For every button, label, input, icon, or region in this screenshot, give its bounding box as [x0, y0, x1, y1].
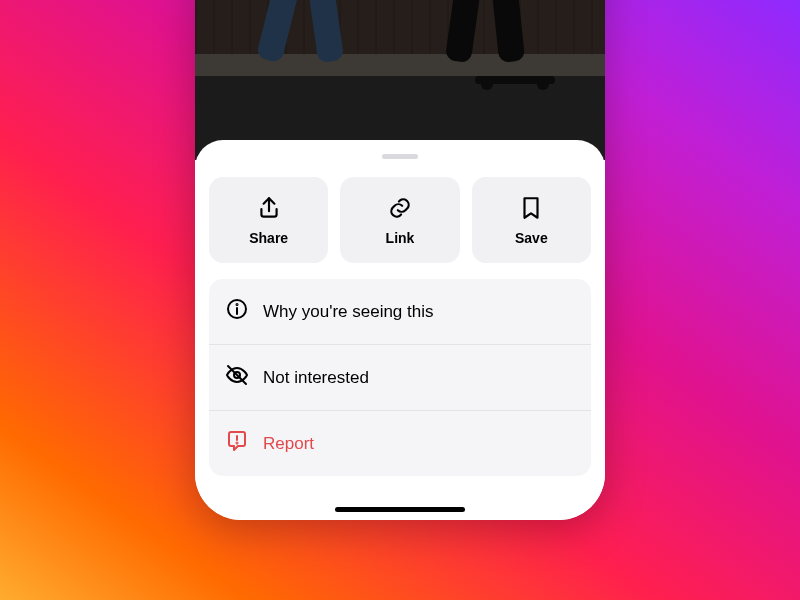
menu-list: Why you're seeing this Not interested Re… — [209, 279, 591, 476]
menu-item-report[interactable]: Report — [209, 410, 591, 476]
link-icon — [387, 195, 413, 224]
svg-point-2 — [237, 304, 238, 305]
save-label: Save — [515, 230, 548, 246]
link-label: Link — [386, 230, 415, 246]
phone-frame: Share Link Save — [195, 0, 605, 520]
share-label: Share — [249, 230, 288, 246]
menu-item-not-interested[interactable]: Not interested — [209, 344, 591, 410]
bookmark-icon — [518, 195, 544, 224]
info-icon — [225, 297, 249, 326]
action-sheet: Share Link Save — [195, 140, 605, 520]
menu-item-label: Report — [263, 434, 314, 454]
menu-item-label: Not interested — [263, 368, 369, 388]
save-button[interactable]: Save — [472, 177, 591, 263]
share-icon — [256, 195, 282, 224]
menu-item-why[interactable]: Why you're seeing this — [209, 279, 591, 344]
share-button[interactable]: Share — [209, 177, 328, 263]
action-row: Share Link Save — [209, 177, 591, 263]
post-photo — [195, 0, 605, 160]
link-button[interactable]: Link — [340, 177, 459, 263]
home-indicator[interactable] — [335, 507, 465, 512]
report-icon — [225, 429, 249, 458]
sheet-grabber[interactable] — [382, 154, 418, 159]
menu-item-label: Why you're seeing this — [263, 302, 434, 322]
eye-off-icon — [225, 363, 249, 392]
svg-point-6 — [237, 443, 238, 444]
gradient-background: Share Link Save — [0, 0, 800, 600]
